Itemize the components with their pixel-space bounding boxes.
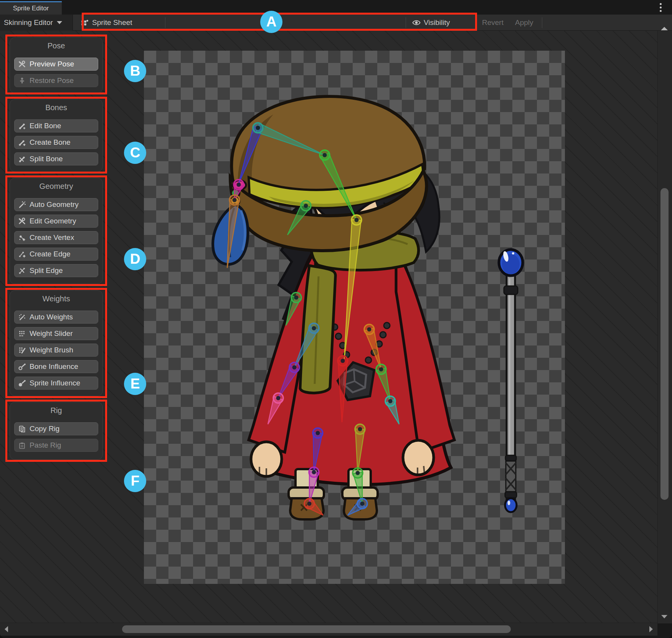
sprite-editor-window: Sprite Editor Skinning Editor Sprite She… (0, 0, 672, 638)
copy-rig-icon (18, 425, 26, 433)
chevron-down-icon (57, 21, 62, 24)
create-vertex-button[interactable]: Create Vertex (14, 231, 98, 244)
rig-panel: Rig Copy Rig Paste Rig (10, 402, 103, 460)
create-bone-button[interactable]: Create Bone (14, 136, 98, 149)
create-edge-button[interactable]: Create Edge (14, 248, 98, 261)
create-vertex-icon (18, 234, 26, 242)
bones-panel: Bones Edit Bone Create Bone Split Bone (10, 99, 103, 172)
split-bone-icon (18, 155, 26, 163)
dropdown-label: Skinning Editor (4, 18, 53, 27)
toolbar: Skinning Editor Sprite Sheet Visibility … (0, 15, 672, 31)
edit-geometry-icon (18, 217, 26, 225)
weight-brush-button[interactable]: Weight Brush (14, 344, 98, 357)
copy-rig-button[interactable]: Copy Rig (14, 422, 98, 435)
horizontal-scrollbar-thumb[interactable] (122, 625, 511, 633)
restore-pose-icon (18, 77, 26, 85)
sprite-influence-icon (18, 379, 26, 387)
paste-rig-icon (18, 441, 26, 450)
geometry-panel: Geometry Auto Geometry Edit Geometry Cre… (10, 178, 103, 284)
scroll-down-arrow[interactable] (661, 615, 667, 618)
create-edge-icon (18, 250, 26, 258)
auto-geometry-icon (18, 201, 26, 209)
edit-geometry-button[interactable]: Edit Geometry (14, 215, 98, 228)
weight-brush-icon (18, 346, 26, 354)
tab-sprite-editor[interactable]: Sprite Editor (0, 1, 62, 15)
toolbar-divider (406, 17, 406, 28)
auto-weights-button[interactable]: Auto Weights (14, 311, 98, 324)
panel-title: Weights (10, 294, 102, 304)
pose-panel: Pose Preview Pose Restore Pose (10, 37, 103, 93)
edit-bone-icon (18, 122, 26, 130)
toolbar-divider (542, 17, 542, 28)
split-edge-button[interactable]: Split Edge (14, 264, 98, 277)
sprite-sheet-icon (81, 18, 89, 27)
sprite-influence-button[interactable]: Sprite Influence (14, 377, 98, 390)
weight-slider-button[interactable]: Weight Slider (14, 327, 98, 340)
auto-weights-icon (18, 313, 26, 321)
create-bone-icon (18, 139, 26, 147)
auto-geometry-button[interactable]: Auto Geometry (14, 198, 98, 211)
weight-slider-icon (18, 330, 26, 338)
weights-panel: Weights Auto Weights Weight Slider Weigh… (10, 290, 103, 396)
split-edge-icon (18, 267, 26, 275)
bone-influence-button[interactable]: Bone Influence (14, 360, 98, 373)
sprite-sheet-button[interactable]: Sprite Sheet (76, 15, 137, 31)
paste-rig-button[interactable]: Paste Rig (14, 439, 98, 452)
panel-title: Pose (10, 41, 102, 51)
eye-icon (412, 18, 421, 27)
tab-bar: Sprite Editor (0, 0, 672, 15)
scroll-up-arrow[interactable] (661, 27, 668, 30)
edit-bone-button[interactable]: Edit Bone (14, 119, 98, 132)
panel-title: Geometry (10, 182, 102, 192)
preview-pose-button[interactable]: Preview Pose (14, 58, 98, 71)
split-bone-button[interactable]: Split Bone (14, 152, 98, 165)
visibility-button[interactable]: Visibility (408, 15, 454, 31)
tab-label: Sprite Editor (13, 5, 49, 12)
toolbar-divider (165, 17, 165, 28)
restore-pose-button[interactable]: Restore Pose (14, 74, 98, 87)
preview-pose-icon (18, 60, 26, 68)
scroll-left-arrow[interactable] (5, 626, 8, 632)
scroll-right-arrow[interactable] (649, 626, 653, 632)
panel-title: Bones (10, 103, 102, 113)
vertical-scrollbar-thumb[interactable] (660, 188, 669, 500)
toolbar-divider (476, 17, 476, 28)
apply-button[interactable]: Apply (510, 15, 538, 31)
sprite-canvas[interactable] (144, 51, 565, 584)
panel-title: Rig (10, 406, 102, 416)
skinning-editor-dropdown[interactable]: Skinning Editor (0, 15, 73, 31)
bone-influence-icon (18, 363, 26, 371)
revert-button[interactable]: Revert (477, 15, 508, 31)
kebab-menu-icon[interactable] (660, 3, 662, 12)
